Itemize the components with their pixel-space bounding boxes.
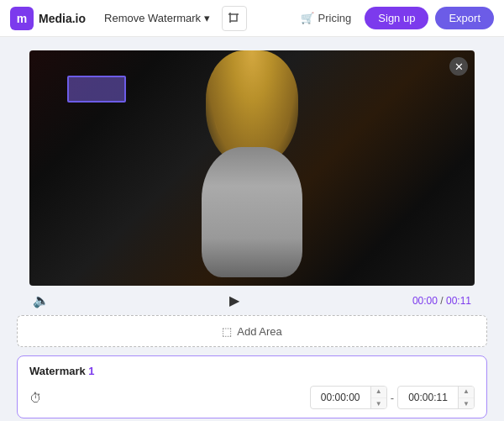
start-time-down-button[interactable]: ▼	[371, 398, 386, 410]
controls-bar: 🔈 ▶ 00:00 / 00:11	[29, 286, 475, 315]
start-time-value: 00:00:00	[311, 386, 371, 409]
watermark-selection-box[interactable]	[67, 76, 126, 103]
remove-watermark-label: Remove Watermark	[104, 12, 201, 24]
watermark-number: 1	[86, 365, 95, 377]
end-time-up-button[interactable]: ▲	[459, 386, 474, 398]
spinner-down-icon-end: ▼	[463, 400, 470, 408]
spinner-down-icon: ▼	[375, 400, 382, 408]
video-figure	[168, 59, 336, 277]
close-button[interactable]: ✕	[449, 57, 468, 76]
total-time: 00:11	[446, 295, 471, 307]
watermark-box-fill	[69, 77, 124, 101]
hair-decoration	[206, 50, 298, 168]
spinner-up-icon-end: ▲	[463, 387, 470, 395]
export-label: Export	[449, 12, 480, 24]
header: m Media.io Remove Watermark ▾ 🛒 Pricing …	[0, 0, 504, 37]
end-time-value: 00:00:11	[398, 386, 459, 409]
time-separator: /	[438, 295, 446, 307]
volume-icon[interactable]: 🔈	[33, 292, 56, 308]
logo: m Media.io	[10, 7, 86, 30]
signup-label: Sign up	[378, 12, 415, 24]
add-area-button[interactable]: ⬚ Add Area	[17, 315, 487, 347]
start-time-up-button[interactable]: ▲	[371, 386, 386, 398]
watermark-card: Watermark 1 ⏱ 00:00:00 ▲ ▼	[17, 355, 487, 418]
video-player: ✕	[29, 50, 475, 286]
logo-text: Media.io	[39, 12, 86, 25]
cart-icon: 🛒	[301, 12, 314, 24]
pricing-button[interactable]: 🛒 Pricing	[294, 8, 359, 29]
signup-button[interactable]: Sign up	[365, 7, 428, 29]
play-icon: ▶	[229, 292, 239, 308]
chevron-down-icon: ▾	[204, 12, 210, 24]
main-content: ✕ 🔈 ▶ 00:00 / 00:11 ⬚ Add Area Watermark…	[0, 37, 504, 421]
watermark-card-row: ⏱ 00:00:00 ▲ ▼ -	[29, 386, 475, 409]
play-button[interactable]: ▶	[56, 292, 412, 308]
add-area-icon: ⬚	[222, 325, 232, 338]
start-time-input[interactable]: 00:00:00 ▲ ▼	[310, 386, 387, 409]
mic-decoration	[240, 160, 253, 202]
end-time-down-button[interactable]: ▼	[459, 398, 474, 410]
svg-rect-0	[230, 14, 237, 21]
clock-icon: ⏱	[29, 391, 42, 405]
time-display: 00:00 / 00:11	[412, 295, 471, 307]
end-time-spinners: ▲ ▼	[459, 386, 474, 409]
spinner-up-icon: ▲	[375, 387, 382, 395]
crop-tool-button[interactable]	[222, 6, 247, 31]
end-time-input[interactable]: 00:00:11 ▲ ▼	[397, 386, 475, 409]
close-icon: ✕	[454, 61, 464, 72]
start-time-spinners: ▲ ▼	[371, 386, 386, 409]
logo-icon: m	[10, 7, 34, 30]
pricing-label: Pricing	[318, 12, 352, 24]
export-button[interactable]: Export	[435, 7, 494, 29]
add-area-label: Add Area	[237, 325, 282, 338]
watermark-card-header: Watermark 1	[29, 365, 475, 377]
time-input-group: 00:00:00 ▲ ▼ - 00:00:11	[310, 386, 475, 409]
remove-watermark-button[interactable]: Remove Watermark ▾	[99, 8, 215, 28]
time-range-dash: -	[391, 392, 394, 404]
current-time: 00:00	[412, 295, 438, 307]
watermark-title: Watermark 1	[29, 365, 95, 377]
